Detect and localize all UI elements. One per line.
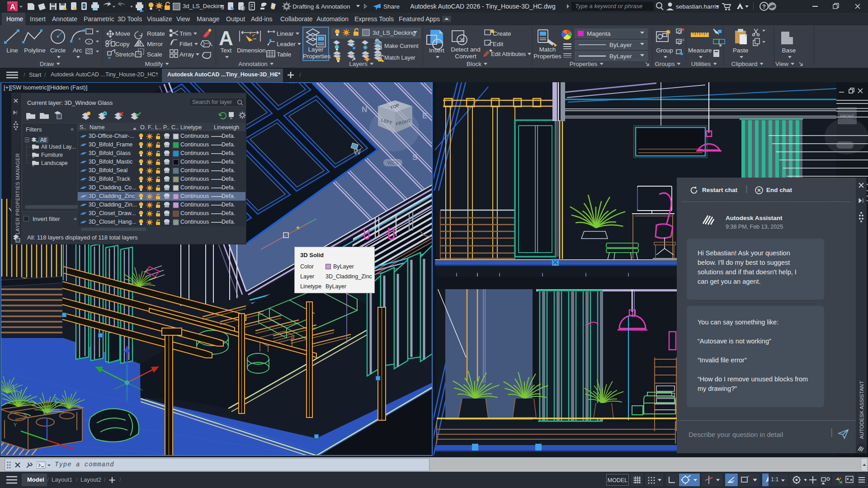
svg-text:Type a keyword or phrase: Type a keyword or phrase	[575, 3, 642, 9]
svg-text:All: All	[40, 137, 46, 143]
svg-text:S: S	[412, 153, 417, 162]
svg-text:A: A	[10, 3, 15, 11]
svg-text:Drafting & Annotation: Drafting & Annotation	[292, 3, 350, 10]
svg-text:A: A	[219, 27, 233, 49]
svg-text:Furniture: Furniture	[41, 152, 63, 158]
svg-text:ByLayer: ByLayer	[609, 53, 632, 60]
svg-text:E: E	[422, 112, 427, 120]
svg-text:3d_LS_Decking: 3d_LS_Decking	[183, 3, 224, 9]
svg-text:Share: Share	[383, 3, 400, 10]
svg-text:Landscape: Landscape	[41, 160, 68, 166]
svg-text:Match Layer: Match Layer	[384, 55, 415, 61]
svg-text:WCS: WCS	[387, 160, 399, 165]
svg-text:sebastian.harris: sebastian.harris	[676, 3, 719, 10]
svg-text:ByLayer: ByLayer	[609, 42, 632, 48]
svg-text:All Used Lay...: All Used Lay...	[41, 144, 75, 150]
svg-text:Magenta: Magenta	[587, 30, 611, 37]
svg-text:Y: Y	[14, 422, 17, 427]
svg-text:W: W	[354, 148, 361, 156]
svg-text:Make Current: Make Current	[384, 43, 419, 49]
svg-text:FRONT: FRONT	[840, 114, 854, 118]
svg-text:N: N	[362, 105, 367, 114]
svg-text:Autodesk AutoCAD 2026 - Tiny_H: Autodesk AutoCAD 2026 - Tiny_House-3D_HC…	[410, 3, 555, 10]
svg-text:?: ?	[762, 3, 766, 10]
svg-text:[+][SW Isometric][Hidden (Fast: [+][SW Isometric][Hidden (Fast)]	[4, 84, 87, 91]
svg-text:3d_LS_Decking: 3d_LS_Decking	[373, 29, 415, 36]
